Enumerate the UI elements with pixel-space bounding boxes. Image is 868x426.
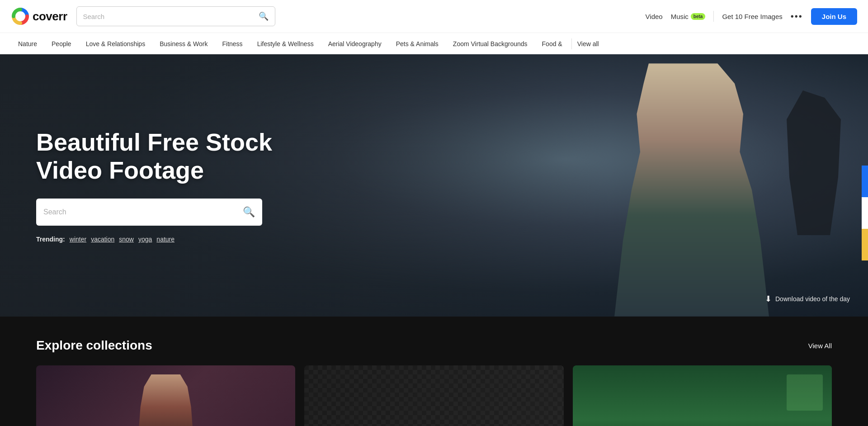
header-right: Video Music beta Get 10 Free Images ••• … <box>646 8 857 25</box>
music-nav-item[interactable]: Music beta <box>671 13 706 20</box>
hero-rock-decoration <box>787 90 841 235</box>
explore-view-all[interactable]: View All <box>808 342 832 350</box>
side-bar-white <box>862 197 868 229</box>
card2-texture-decoration <box>304 365 563 426</box>
trending-tag-nature[interactable]: nature <box>156 236 175 243</box>
beta-badge: beta <box>691 13 706 20</box>
trending-tag-vacation[interactable]: vacation <box>91 236 114 243</box>
category-business[interactable]: Business & Work <box>152 33 215 54</box>
nav-divider <box>713 11 714 22</box>
hero-search-bar: 🔍 <box>36 199 262 226</box>
trending-label: Trending: <box>36 236 65 243</box>
trending-tag-snow[interactable]: snow <box>119 236 134 243</box>
download-label: Download video of the day <box>775 295 850 303</box>
music-nav-link[interactable]: Music <box>671 13 689 20</box>
collection-card-2[interactable] <box>304 365 563 426</box>
explore-title: Explore collections <box>36 338 152 353</box>
category-nav: Nature People Love & Relationships Busin… <box>0 33 868 54</box>
category-zoom[interactable]: Zoom Virtual Backgrounds <box>446 33 535 54</box>
collection-card-3[interactable] <box>573 365 832 426</box>
card3-window-decoration <box>787 374 823 411</box>
logo[interactable]: coverr <box>11 7 67 26</box>
category-divider <box>571 38 572 49</box>
category-love[interactable]: Love & Relationships <box>79 33 153 54</box>
category-lifestyle[interactable]: Lifestyle & Wellness <box>250 33 321 54</box>
download-video-button[interactable]: ⬇ Download video of the day <box>765 294 850 304</box>
category-view-all[interactable]: View all <box>574 40 603 47</box>
download-icon: ⬇ <box>765 294 772 304</box>
logo-text: coverr <box>33 9 67 24</box>
trending-section: Trending: winter vacation snow yoga natu… <box>36 236 272 243</box>
collection-card-1[interactable] <box>36 365 295 426</box>
video-nav-link[interactable]: Video <box>646 13 663 20</box>
side-bar-blue <box>862 166 868 197</box>
hero-search-input[interactable] <box>43 208 237 216</box>
side-bar-yellow <box>862 229 868 260</box>
category-nature[interactable]: Nature <box>11 33 44 54</box>
collections-grid <box>36 365 832 426</box>
trending-tag-yoga[interactable]: yoga <box>138 236 152 243</box>
header-search-input[interactable] <box>83 13 254 20</box>
header: coverr 🔍 Video Music beta Get 10 Free Im… <box>0 0 868 33</box>
category-people[interactable]: People <box>44 33 79 54</box>
hero-section: Beautiful Free Stock Video Footage 🔍 Tre… <box>0 54 868 317</box>
more-button[interactable]: ••• <box>791 11 803 22</box>
category-pets[interactable]: Pets & Animals <box>389 33 446 54</box>
search-icon[interactable]: 🔍 <box>259 11 269 21</box>
join-button[interactable]: Join Us <box>811 8 857 25</box>
free-images-link[interactable]: Get 10 Free Images <box>722 13 782 20</box>
hero-content: Beautiful Free Stock Video Footage 🔍 Tre… <box>36 128 272 243</box>
hero-title: Beautiful Free Stock Video Footage <box>36 128 272 184</box>
header-search-bar: 🔍 <box>76 6 275 26</box>
card1-person-decoration <box>130 374 202 426</box>
category-food[interactable]: Food & <box>535 33 570 54</box>
category-fitness[interactable]: Fitness <box>215 33 250 54</box>
hero-search-icon[interactable]: 🔍 <box>243 206 255 218</box>
trending-tag-winter[interactable]: winter <box>70 236 86 243</box>
explore-header: Explore collections View All <box>36 338 832 353</box>
category-aerial[interactable]: Aerial Videography <box>321 33 389 54</box>
side-accent-bars <box>862 166 868 260</box>
explore-section: Explore collections View All <box>0 317 868 426</box>
